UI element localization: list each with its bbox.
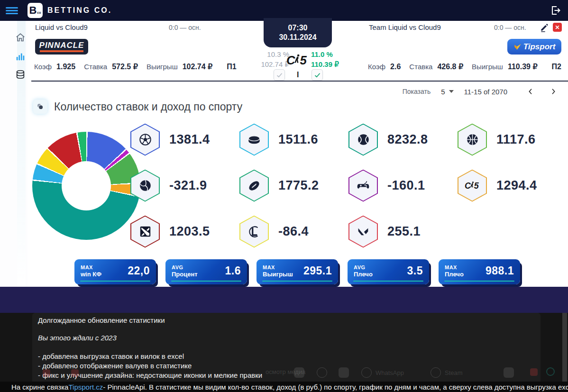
pick-label-right: П2	[552, 63, 561, 71]
stat-card: AVGПроцент1.6	[165, 259, 247, 284]
cs2-icon: C5	[458, 170, 487, 202]
checkbox-left[interactable]	[274, 69, 285, 81]
next-page-button[interactable]	[547, 85, 559, 98]
tennis-icon	[348, 124, 378, 156]
sport-stat-soccer: 1381.4	[130, 117, 239, 163]
volleyball-icon	[130, 170, 160, 202]
sport-value: -160.1	[387, 178, 425, 193]
stat-cards: MAXwin КФ22,0AVGПроцент1.6MAXВыигрыш295.…	[74, 259, 520, 284]
scrollbar[interactable]	[562, 313, 567, 392]
hockey-puck-icon	[239, 124, 269, 156]
edit-icon[interactable]	[540, 23, 549, 32]
gamepad-icon	[348, 170, 378, 202]
app-logo: B co	[27, 3, 43, 18]
stat-card: MAXwin КФ22,0	[74, 259, 156, 284]
pick-label-left: П1	[227, 63, 236, 71]
sport-value: 1511.6	[278, 132, 318, 147]
sport-stat-american-football: 1775.2	[239, 163, 348, 209]
svg-text:5: 5	[300, 54, 307, 67]
match-score-left: 0:0 — осн.	[169, 24, 201, 31]
changelog-title: Долгожданное обновление статистики	[38, 316, 535, 324]
chevron-down-icon	[449, 90, 454, 93]
sport-stat-dota2: 1203.5	[130, 209, 239, 255]
checkbox-right[interactable]	[311, 69, 323, 81]
svg-text:C: C	[286, 54, 295, 67]
match-title-left: Liquid vs Cloud9	[35, 23, 88, 31]
stat-card: MAXПлечо988.1	[439, 259, 520, 284]
american-football-icon	[239, 170, 269, 202]
match-datetime: 07:30 30.11.2024	[264, 18, 332, 47]
cs2-match-icon: C 5	[286, 52, 308, 70]
stat-card: MAXВыигрыш295.1	[257, 259, 338, 284]
svg-text:5: 5	[474, 181, 479, 191]
sport-stat-cs2: C51294.4	[458, 163, 567, 209]
soccer-icon	[130, 124, 160, 156]
changelog-item: - фикс и улучшение дизайна: недостающие …	[38, 371, 535, 379]
valorant-icon	[348, 216, 378, 248]
dota2-icon	[130, 216, 160, 248]
sport-stat-hockey-puck: 1511.6	[239, 117, 348, 163]
sports-grid: 1381.41511.68232.81117.6-321.91775.2-160…	[130, 117, 567, 255]
sport-value: -321.9	[169, 178, 207, 193]
changelog-zone: 4 декабря ВКЛ. УВЕДОМЛЕНИЯ Долгожданное …	[0, 313, 568, 382]
lol-icon	[239, 216, 269, 248]
sport-stat-volleyball: -321.9	[130, 163, 239, 209]
basketball-icon	[458, 124, 487, 156]
sport-value: 1294.4	[496, 178, 537, 193]
section-title: Количество ставок и доход по спорту	[54, 100, 242, 113]
home-icon[interactable]	[15, 32, 27, 44]
ghost-icon	[546, 367, 555, 376]
sport-value: 255.1	[387, 224, 421, 239]
prev-page-button[interactable]	[524, 85, 537, 98]
sport-stat-valorant: 255.1	[348, 209, 458, 255]
navy-band	[0, 287, 568, 313]
database-icon[interactable]	[15, 69, 27, 81]
menu-icon[interactable]	[6, 6, 18, 15]
stat-card: AVGПлечо3.5	[348, 259, 429, 284]
sport-value: 1117.6	[496, 132, 536, 147]
section-header: Количество ставок и доход по спорту	[33, 100, 242, 114]
tipsport-link[interactable]: Tipsport.cz	[68, 383, 103, 391]
caption-text: На скрине связка	[11, 383, 68, 391]
sport-value: 8232.8	[387, 132, 428, 147]
caption-text: - PinnacleApi. В статистике мы видим кол…	[103, 383, 568, 391]
changelog-panel: Долгожданное обновление статистики Вы эт…	[32, 313, 541, 382]
sport-stat-basketball: 1117.6	[458, 117, 567, 163]
sport-value: 1775.2	[278, 178, 319, 193]
changelog-subtitle: Вы этого ждали с 2023	[38, 334, 535, 342]
pagination: Показать 5 11-15 of 2070	[403, 85, 559, 98]
app-screen: B co BETTING CO.	[0, 0, 568, 392]
page-range: 11-15 of 2070	[464, 88, 507, 96]
sport-value: 1381.4	[169, 132, 210, 147]
statistics-icon[interactable]	[15, 51, 27, 63]
sport-stat-tennis: 8232.8	[348, 117, 458, 163]
sport-value: -86.4	[278, 224, 309, 239]
brand-name: BETTING CO.	[47, 6, 112, 15]
match-title-right: Team Liquid vs Cloud9	[369, 23, 441, 31]
win-side-values: 11.0 % 110.39 ₽	[311, 49, 354, 69]
excel-export-icon[interactable]	[33, 100, 47, 114]
lose-side-values: 10.3 % 102.74 ₽	[247, 49, 289, 69]
close-icon[interactable]: ✕	[553, 23, 562, 32]
bet-line-right: Коэф2.6 Ставка426.8 ₽ Выигрыш110.39 ₽ П2	[368, 62, 561, 71]
page-size-label: Показать	[403, 88, 431, 95]
donut-chart	[32, 132, 140, 240]
caption-bar: На скрине связка Tipsport.cz - PinnacleA…	[0, 382, 568, 392]
changelog-item: - добавлена выгрузка ставок и вилок в ex…	[38, 352, 535, 360]
pinnacle-logo: PINNACLE	[35, 39, 88, 55]
sport-value: 1203.5	[169, 224, 210, 239]
page-size-select[interactable]: 5	[441, 88, 453, 96]
sport-stat-lol: -86.4	[239, 209, 348, 255]
svg-text:C: C	[465, 181, 471, 191]
sport-stat-gamepad: -160.1	[348, 163, 458, 209]
match-score-right: 0:0 — осн.	[494, 24, 526, 31]
section-divider	[31, 81, 568, 82]
tipsport-logo: Tipsport	[507, 39, 561, 55]
changelog-item: - добавлено отображение валуев в статист…	[38, 362, 535, 370]
tipsport-check-icon	[513, 43, 522, 51]
pinnacle-underline	[40, 50, 83, 52]
logout-icon[interactable]	[550, 5, 561, 16]
bet-line-left: Коэф1.925 Ставка572.5 ₽ Выигрыш102.74 ₽ …	[34, 62, 237, 71]
checkbox-divider: I	[297, 71, 299, 79]
sidebar	[0, 21, 27, 287]
